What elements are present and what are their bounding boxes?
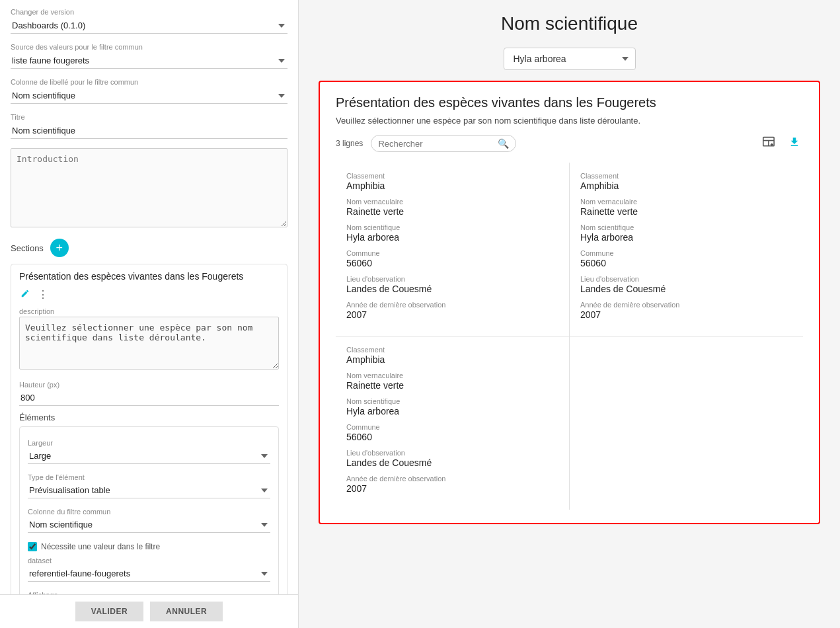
content-box-title: Présentation des espèces vivantes dans l… — [336, 95, 803, 110]
card-2: Classement Amphibia Nom vernaculaire Rai… — [570, 163, 803, 336]
dataset-label: dataset — [28, 557, 270, 565]
download-button[interactable] — [786, 136, 803, 151]
source-field: Source des valeurs pour le filtre commun… — [11, 43, 287, 69]
source-select[interactable]: liste faune fougerets — [11, 53, 287, 69]
description-label: description — [19, 307, 279, 315]
hauteur-label: Hauteur (px) — [19, 381, 279, 389]
section-menu-button[interactable]: ⋮ — [36, 287, 50, 302]
cancel-button[interactable]: ANNULER — [150, 602, 223, 621]
card3-nomscient: Nom scientifique Hyla arborea — [346, 397, 558, 416]
search-box[interactable]: 🔍 — [371, 135, 516, 152]
lines-count: 3 lignes — [336, 139, 363, 148]
section-title: Présentation des espèces vivantes dans l… — [19, 271, 279, 282]
right-panel: Nom scientifique Hyla arborea Présentati… — [299, 0, 840, 628]
filter-select[interactable]: Hyla arborea — [504, 48, 636, 70]
source-label: Source des valeurs pour le filtre commun — [11, 43, 287, 51]
card1-commune: Commune 56060 — [346, 249, 558, 268]
colonne-field: Colonne de libellé pour le filtre commun… — [11, 78, 287, 104]
card-4-empty — [570, 336, 803, 510]
introduction-field — [11, 148, 287, 229]
card1-nomvern: Nom vernaculaire Rainette verte — [346, 198, 558, 217]
largeur-label: Largeur — [28, 439, 270, 447]
hauteur-group: Hauteur (px) — [19, 381, 279, 406]
content-box-desc: Veuillez sélectionner une espèce par son… — [336, 116, 803, 126]
card3-commune: Commune 56060 — [346, 423, 558, 442]
requires-filter-label: Nécessite une valeur dans le filtre — [41, 542, 160, 551]
description-group: description Veuillez sélectionner une es… — [19, 307, 279, 375]
bottom-bar: VALIDER ANNULER — [0, 594, 298, 628]
card2-commune: Commune 56060 — [580, 249, 792, 268]
card2-nomscient: Nom scientifique Hyla arborea — [580, 223, 792, 243]
card1-nomscient: Nom scientifique Hyla arborea — [346, 223, 558, 243]
card2-nomvern: Nom vernaculaire Rainette verte — [580, 198, 792, 217]
checkbox-row: Nécessite une valeur dans le filtre — [28, 542, 270, 551]
colonne-filtre-group: Colonne du filtre commun Nom scientifiqu… — [28, 508, 270, 533]
card2-classement: Classement Amphibia — [580, 172, 792, 191]
section-card: Présentation des espèces vivantes dans l… — [11, 264, 287, 628]
validate-button[interactable]: VALIDER — [75, 602, 143, 621]
table-toolbar: 3 lignes 🔍 — [336, 135, 803, 152]
card1-annee: Année de dernière observation 2007 — [346, 301, 558, 320]
hauteur-input[interactable] — [19, 390, 279, 406]
sections-label: Sections — [11, 243, 44, 253]
sections-header: Sections + — [11, 239, 287, 257]
version-label: Changer de version — [11, 8, 287, 16]
version-field: Changer de version Dashboards (0.1.0) — [11, 8, 287, 34]
filter-row: Hyla arborea — [319, 48, 820, 70]
titre-field: Titre — [11, 113, 287, 139]
edit-section-button[interactable] — [19, 287, 31, 302]
card3-nomvern: Nom vernaculaire Rainette verte — [346, 372, 558, 391]
colonne-select[interactable]: Nom scientifique — [11, 88, 287, 104]
requires-filter-checkbox[interactable] — [28, 542, 37, 551]
card2-lieu: Lieu d'observation Landes de Couesmé — [580, 275, 792, 294]
card3-annee: Année de dernière observation 2007 — [346, 475, 558, 494]
titre-label: Titre — [11, 113, 287, 121]
type-label: Type de l'élément — [28, 473, 270, 481]
content-box: Présentation des espèces vivantes dans l… — [319, 81, 820, 524]
introduction-textarea[interactable] — [11, 148, 287, 227]
version-select[interactable]: Dashboards (0.1.0) — [11, 18, 287, 34]
card2-annee: Année de dernière observation 2007 — [580, 301, 792, 320]
card3-classement: Classement Amphibia — [346, 346, 558, 365]
left-panel: Changer de version Dashboards (0.1.0) So… — [0, 0, 299, 628]
colonne-filtre-select[interactable]: Nom scientifique — [28, 517, 270, 533]
card-3: Classement Amphibia Nom vernaculaire Rai… — [336, 336, 569, 510]
card1-classement: Classement Amphibia — [346, 172, 558, 191]
dataset-select[interactable]: referentiel-faune-fougerets — [28, 566, 270, 582]
card-1: Classement Amphibia Nom vernaculaire Rai… — [336, 163, 569, 336]
search-input[interactable] — [378, 139, 494, 149]
type-select[interactable]: Prévisualisation table — [28, 483, 270, 498]
elements-label: Éléments — [19, 412, 279, 422]
card3-lieu: Lieu d'observation Landes de Couesmé — [346, 449, 558, 468]
card1-lieu: Lieu d'observation Landes de Couesmé — [346, 275, 558, 294]
colonne-label: Colonne de libellé pour le filtre commun — [11, 78, 287, 86]
cards-grid: Classement Amphibia Nom vernaculaire Rai… — [336, 163, 803, 510]
add-row-button[interactable] — [759, 136, 778, 151]
largeur-group: Largeur Large — [28, 439, 270, 464]
type-group: Type de l'élément Prévisualisation table — [28, 473, 270, 498]
page-title: Nom scientifique — [319, 13, 820, 34]
largeur-select[interactable]: Large — [28, 448, 270, 464]
search-icon: 🔍 — [498, 138, 509, 149]
description-textarea[interactable]: Veuillez sélectionner une espèce par son… — [19, 317, 279, 370]
add-section-button[interactable]: + — [50, 239, 69, 257]
colonne-filtre-label: Colonne du filtre commun — [28, 508, 270, 516]
section-actions: ⋮ — [19, 287, 279, 302]
dataset-group: dataset referentiel-faune-fougerets — [28, 557, 270, 582]
titre-input[interactable] — [11, 123, 287, 139]
